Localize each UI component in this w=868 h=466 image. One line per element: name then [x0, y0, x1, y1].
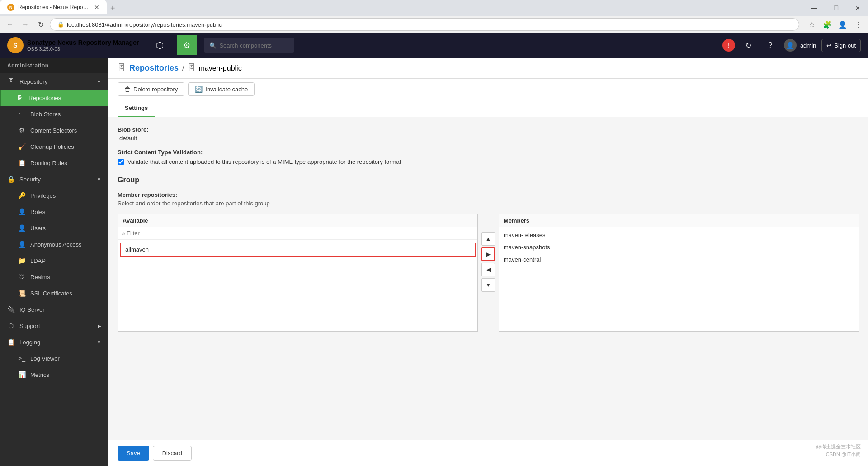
win-close-btn[interactable]: ✕ [847, 0, 868, 16]
address-url: localhost:8081/#admin/repository/reposit… [67, 21, 222, 28]
sidebar-item-security[interactable]: 🔒 Security ▼ [0, 171, 108, 187]
logo-subtitle: OSS 3.25.0-03 [27, 46, 139, 52]
ldap-label: LDAP [30, 257, 46, 264]
delete-icon: 🗑 [124, 86, 131, 93]
sidebar-item-blob-stores[interactable]: 🗃 Blob Stores [0, 106, 108, 122]
sidebar-item-content-selectors[interactable]: ⚙ Content Selectors [0, 122, 108, 138]
member-item-maven-central[interactable]: maven-central [499, 253, 859, 266]
sidebar-item-routing-rules[interactable]: 📋 Routing Rules [0, 155, 108, 171]
member-item-maven-releases[interactable]: maven-releases [499, 229, 859, 241]
sidebar-item-support[interactable]: ⬡ Support ▶ [0, 318, 108, 334]
strict-content-label: Strict Content Type Validation: [118, 149, 859, 156]
invalidate-icon: 🔄 [195, 86, 203, 93]
strict-content-checkbox-row: Validate that all content uploaded to th… [118, 158, 859, 165]
realms-label: Realms [30, 274, 50, 281]
header-right: ! ↻ ? 👤 admin ↩ Sign out [722, 37, 861, 53]
filter-input[interactable] [127, 230, 474, 237]
strict-content-checkbox[interactable] [118, 159, 124, 165]
move-right-btn[interactable]: ▶ [481, 247, 495, 261]
sidebar-item-anonymous-access[interactable]: 👤 Anonymous Access [0, 236, 108, 252]
roles-icon: 👤 [18, 208, 26, 215]
profile-btn[interactable]: 👤 [836, 18, 849, 31]
move-left-btn[interactable]: ◀ [481, 263, 495, 276]
save-btn[interactable]: Save [118, 446, 149, 461]
refresh-app-btn[interactable]: ↻ [741, 37, 757, 53]
transfer-controls: ▲ ▶ ◀ ▼ [481, 214, 495, 292]
sidebar-item-iq-server[interactable]: 🔌 IQ Server [0, 301, 108, 318]
back-btn[interactable]: ← [4, 18, 16, 31]
sidebar-item-privileges[interactable]: 🔑 Privileges [0, 187, 108, 204]
security-label: Security [19, 176, 41, 183]
move-down-btn[interactable]: ▼ [481, 278, 495, 292]
sidebar-item-ssl-certificates[interactable]: 📜 SSL Certificates [0, 285, 108, 301]
alert-icon[interactable]: ! [722, 39, 735, 52]
invalidate-cache-btn[interactable]: 🔄 Invalidate cache [188, 82, 255, 96]
refresh-btn[interactable]: ↻ [34, 18, 47, 31]
breadcrumb-current: 🗄 maven-public [188, 63, 241, 73]
admin-label: admin [800, 42, 816, 49]
cleanup-policies-icon: 🧹 [18, 143, 26, 150]
sidebar-item-logging[interactable]: 📋 Logging ▼ [0, 334, 108, 350]
maven-releases-label: maven-releases [504, 232, 546, 238]
breadcrumb-current-label: maven-public [198, 64, 241, 72]
extensions-btn[interactable]: 🧩 [821, 18, 834, 31]
content-area: 🗄 Repositories / 🗄 maven-public 🗑 Delete… [108, 58, 868, 466]
repositories-label: Repositories [28, 95, 61, 101]
admin-avatar: 👤 [784, 39, 797, 52]
watermark: @稀土掘金技术社区CSDN @IT小闵 [816, 443, 861, 459]
breadcrumb-repositories-link[interactable]: Repositories [129, 63, 179, 73]
sidebar-item-cleanup-policies[interactable]: 🧹 Cleanup Policies [0, 138, 108, 155]
forward-btn[interactable]: → [19, 18, 32, 31]
sidebar-item-users[interactable]: 👤 Users [0, 220, 108, 236]
members-panel: Members maven-releases maven-snapshots m… [499, 214, 859, 332]
search-bar: 🔍 [204, 38, 294, 53]
log-viewer-label: Log Viewer [30, 355, 60, 362]
sidebar-item-roles[interactable]: 👤 Roles [0, 204, 108, 220]
available-item-alimaven[interactable]: alimaven [120, 243, 476, 257]
anonymous-icon: 👤 [18, 241, 26, 248]
sidebar-item-ldap[interactable]: 📁 LDAP [0, 252, 108, 269]
users-label: Users [30, 225, 46, 232]
available-panel: Available ⌾ alimaven [118, 214, 478, 332]
iq-server-label: IQ Server [19, 306, 45, 313]
blob-stores-icon: 🗃 [18, 110, 26, 118]
content-selectors-icon: ⚙ [18, 127, 26, 134]
security-expand-icon: ▼ [97, 177, 101, 182]
logging-expand-icon: ▼ [97, 340, 101, 345]
win-max-btn[interactable]: ❐ [826, 0, 846, 16]
sidebar-item-log-viewer[interactable]: >_ Log Viewer [0, 350, 108, 366]
delete-repository-btn[interactable]: 🗑 Delete repository [118, 82, 184, 96]
member-item-maven-snapshots[interactable]: maven-snapshots [499, 241, 859, 253]
cube-nav-btn[interactable]: ⬡ [150, 35, 170, 55]
maven-snapshots-label: maven-snapshots [504, 244, 550, 251]
menu-btn[interactable]: ⋮ [852, 18, 864, 31]
discard-btn[interactable]: Discard [153, 446, 192, 461]
signout-icon: ↩ [826, 42, 831, 49]
admin-user[interactable]: 👤 admin [784, 39, 816, 52]
realms-icon: 🛡 [18, 273, 26, 281]
star-btn[interactable]: ☆ [806, 18, 818, 31]
tab-close-btn[interactable]: ✕ [94, 4, 99, 11]
signout-btn[interactable]: ↩ Sign out [821, 39, 861, 52]
delete-label: Delete repository [133, 86, 178, 93]
sidebar-item-metrics[interactable]: 📊 Metrics [0, 366, 108, 383]
blob-store-label: Blob store: [118, 126, 859, 133]
form-footer: Save Discard [108, 440, 868, 466]
expand-icon: ▼ [97, 79, 101, 84]
help-btn[interactable]: ? [762, 37, 778, 53]
sidebar-item-repository[interactable]: 🗄 Repository ▼ [0, 73, 108, 90]
metrics-icon: 📊 [18, 371, 26, 378]
sidebar-item-repositories[interactable]: 🗄 Repositories [0, 90, 108, 106]
support-icon: ⬡ [7, 322, 15, 329]
ldap-icon: 📁 [18, 257, 26, 264]
search-input[interactable] [219, 42, 287, 49]
sidebar-item-realms[interactable]: 🛡 Realms [0, 269, 108, 285]
tab-settings[interactable]: Settings [118, 100, 155, 117]
gear-nav-btn[interactable]: ⚙ [177, 35, 197, 55]
logo-icon: S [7, 37, 24, 53]
action-bar: 🗑 Delete repository 🔄 Invalidate cache [108, 79, 868, 100]
member-repos-desc: Select and order the repositories that a… [118, 200, 859, 207]
move-up-btn[interactable]: ▲ [481, 232, 495, 246]
win-min-btn[interactable]: — [804, 0, 825, 16]
new-tab-btn[interactable]: + [107, 0, 119, 16]
